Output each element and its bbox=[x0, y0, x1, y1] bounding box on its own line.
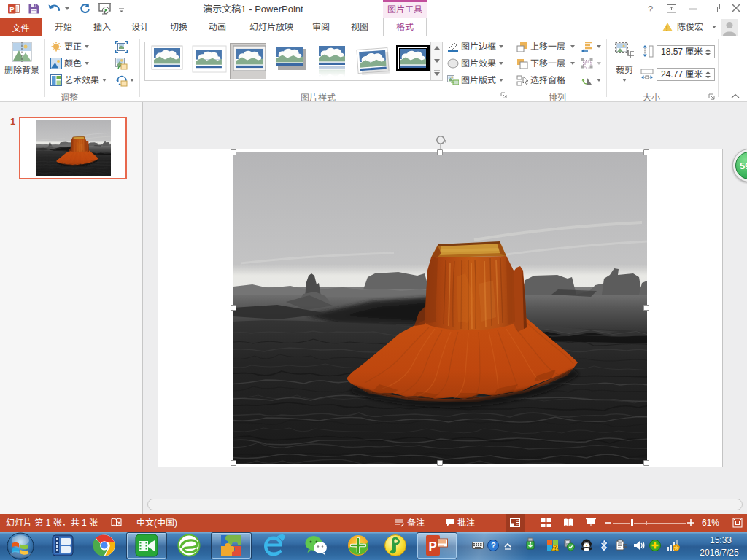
svg-text:P: P bbox=[9, 5, 15, 13]
svg-text:!: ! bbox=[666, 25, 668, 31]
svg-text:!: ! bbox=[554, 546, 556, 551]
svg-text:P: P bbox=[429, 540, 437, 553]
svg-text:?: ? bbox=[648, 4, 653, 13]
svg-text:?: ? bbox=[491, 541, 496, 550]
